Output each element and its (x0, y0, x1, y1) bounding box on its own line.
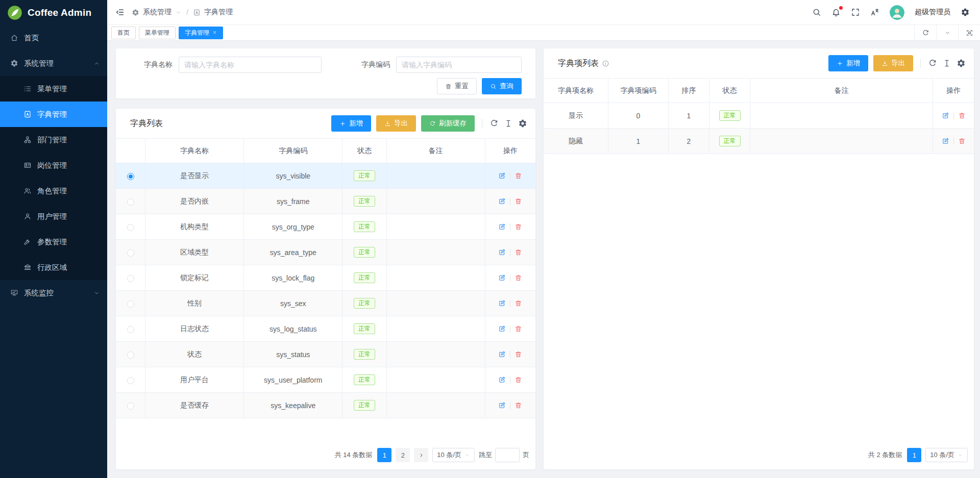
export-dict-item-button[interactable]: 导出 (873, 55, 913, 71)
edit-row-button[interactable] (498, 248, 506, 256)
refresh-icon[interactable] (489, 119, 499, 128)
row-radio[interactable] (127, 224, 134, 231)
row-radio[interactable] (127, 377, 134, 384)
table-row[interactable]: 区域类型 sys_area_type 正常 (116, 240, 535, 265)
edit-row-button[interactable] (498, 376, 506, 384)
page-button-1[interactable]: 1 (377, 448, 391, 462)
brand[interactable]: Coffee Admin (0, 0, 107, 25)
column-header: 字典名称 (145, 139, 244, 163)
delete-row-button[interactable] (514, 197, 522, 205)
menu-fold-icon[interactable] (115, 8, 125, 17)
column-settings-gear-icon[interactable] (957, 59, 966, 68)
table-row[interactable]: 隐藏 1 2 正常 (544, 129, 974, 154)
row-radio[interactable] (127, 173, 134, 180)
row-radio[interactable] (127, 402, 134, 410)
refresh-cache-button[interactable]: 刷新缓存 (421, 115, 475, 132)
edit-row-button[interactable] (498, 401, 506, 409)
table-row[interactable]: 用户平台 sys_user_platform 正常 (116, 367, 535, 393)
row-radio[interactable] (127, 326, 134, 333)
page-button-2[interactable]: 2 (396, 448, 410, 462)
sidebar-item-admin-region[interactable]: 行政区域 (0, 255, 107, 280)
table-row[interactable]: 锁定标记 sys_lock_flag 正常 (116, 265, 535, 291)
edit-row-button[interactable] (498, 325, 506, 333)
sidebar-item-dict-management[interactable]: 字典管理 (0, 102, 107, 127)
row-radio[interactable] (127, 351, 134, 359)
delete-row-button[interactable] (514, 401, 522, 409)
dict-code-cell: sys_area_type (244, 240, 342, 265)
delete-row-button[interactable] (514, 350, 522, 358)
breadcrumb-root[interactable]: 系统管理 (143, 8, 172, 17)
add-dict-item-button[interactable]: 新增 (828, 55, 868, 71)
chevron-down-icon[interactable] (936, 25, 958, 40)
tab-home[interactable]: 首页 (111, 27, 136, 39)
fullscreen-icon[interactable] (851, 8, 860, 17)
sidebar-item-post-management[interactable]: 岗位管理 (0, 153, 107, 178)
table-row[interactable]: 状态 sys_status 正常 (116, 342, 535, 367)
table-row[interactable]: 显示 0 1 正常 (544, 103, 974, 129)
row-radio[interactable] (127, 249, 134, 257)
page-size-select[interactable]: 10 条/页 (432, 448, 475, 462)
delete-row-button[interactable] (514, 274, 522, 282)
item-sort-cell: 2 (668, 129, 709, 154)
page-size-select[interactable]: 10 条/页 (925, 448, 968, 462)
edit-row-button[interactable] (498, 197, 506, 205)
refresh-icon[interactable] (928, 59, 937, 68)
delete-row-button[interactable] (514, 299, 522, 307)
tab-dict-management[interactable]: 字典管理 (179, 27, 223, 39)
username[interactable]: 超级管理员 (915, 8, 950, 17)
table-row[interactable]: 机构类型 sys_org_type 正常 (116, 214, 535, 240)
query-button[interactable]: 查询 (482, 78, 522, 94)
edit-row-button[interactable] (498, 274, 506, 282)
next-page-button[interactable] (414, 448, 428, 462)
row-radio[interactable] (127, 198, 134, 206)
settings-gear-icon[interactable] (961, 8, 970, 17)
export-dict-button[interactable]: 导出 (376, 115, 416, 132)
maximize-icon[interactable] (958, 25, 980, 40)
sidebar-item-menu-management[interactable]: 菜单管理 (0, 76, 107, 102)
refresh-icon[interactable] (914, 25, 936, 40)
row-density-icon[interactable] (504, 119, 513, 128)
table-row[interactable]: 性别 sys_sex 正常 (116, 291, 535, 316)
column-settings-gear-icon[interactable] (518, 119, 527, 128)
table-row[interactable]: 是否显示 sys_visible 正常 (116, 163, 535, 189)
dict-code-input[interactable] (396, 57, 522, 73)
tab-menu-management[interactable]: 菜单管理 (139, 27, 176, 39)
jump-page-input[interactable] (495, 448, 520, 462)
page-button-1[interactable]: 1 (907, 448, 921, 462)
edit-row-button[interactable] (498, 223, 506, 231)
table-row[interactable]: 日志状态 sys_log_status 正常 (116, 316, 535, 342)
avatar[interactable] (890, 5, 904, 20)
edit-row-button[interactable] (942, 112, 949, 119)
sidebar-item-system-monitor[interactable]: 系统监控 (0, 280, 107, 306)
delete-row-button[interactable] (514, 248, 522, 256)
sidebar-item-home[interactable]: 首页 (0, 25, 107, 51)
sidebar-item-dept-management[interactable]: 部门管理 (0, 127, 107, 153)
row-radio[interactable] (127, 275, 134, 282)
edit-row-button[interactable] (498, 350, 506, 358)
table-row[interactable]: 是否缓存 sys_keepalive 正常 (116, 393, 535, 418)
sidebar-item-system-management[interactable]: 系统管理 (0, 51, 107, 76)
delete-row-button[interactable] (958, 137, 966, 145)
edit-row-button[interactable] (942, 137, 949, 145)
row-radio[interactable] (127, 300, 134, 308)
search-icon[interactable] (812, 8, 821, 17)
sidebar-item-role-management[interactable]: 角色管理 (0, 178, 107, 204)
notification-bell-icon[interactable] (831, 8, 841, 17)
row-density-icon[interactable] (942, 59, 951, 68)
delete-row-button[interactable] (514, 325, 522, 333)
translate-icon[interactable] (870, 8, 879, 17)
delete-row-button[interactable] (958, 112, 966, 119)
delete-row-button[interactable] (514, 172, 522, 180)
delete-row-button[interactable] (514, 223, 522, 231)
delete-row-button[interactable] (514, 376, 522, 384)
edit-row-button[interactable] (498, 172, 506, 180)
dict-name-cell: 是否缓存 (145, 393, 244, 418)
table-row[interactable]: 是否内嵌 sys_frame 正常 (116, 189, 535, 214)
close-icon[interactable] (212, 29, 217, 36)
sidebar-item-param-management[interactable]: 参数管理 (0, 229, 107, 255)
reset-button[interactable]: 重置 (437, 78, 477, 94)
sidebar-item-user-management[interactable]: 用户管理 (0, 204, 107, 229)
add-dict-button[interactable]: 新增 (331, 115, 371, 132)
edit-row-button[interactable] (498, 299, 506, 307)
dict-name-input[interactable] (179, 57, 322, 73)
